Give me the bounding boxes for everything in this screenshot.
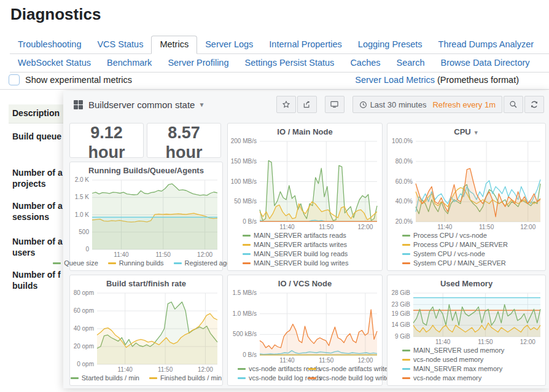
legend-item-main-server-build-log-writes[interactable]: MAIN_SERVER build log writes	[243, 259, 378, 267]
chart-legend: Queue sizeRunning buildsRegistered agent…	[70, 259, 222, 270]
tab-server-profiling[interactable]: Server Profiling	[160, 55, 236, 72]
tab-troubleshooting[interactable]: Troubleshooting	[10, 36, 89, 53]
zoom-out-button[interactable]	[504, 96, 523, 113]
legend-item-running-builds[interactable]: Running builds	[108, 259, 164, 267]
svg-text:11:50: 11:50	[158, 366, 173, 373]
svg-text:100 MB/s: 100 MB/s	[231, 178, 257, 185]
share-icon	[303, 100, 311, 109]
svg-text:1.0 MB/s: 1.0 MB/s	[233, 310, 257, 317]
tab-settings-persist-status[interactable]: Settings Persist Status	[237, 55, 343, 72]
dashboard-header: Buildserver common state ▼ Last 30 minut…	[63, 91, 549, 118]
tab-metrics[interactable]: Metrics	[151, 36, 197, 54]
panel-title[interactable]: CPU▼	[387, 123, 545, 137]
dashboard-title[interactable]: Buildserver common state	[88, 100, 195, 110]
legend-item-system-cpu-main-server[interactable]: System CPU / MAIN_SERVER	[402, 259, 542, 267]
legend-item-vcs-node-used-memory[interactable]: vcs-node used memory	[402, 356, 542, 363]
svg-text:11:40: 11:40	[279, 224, 295, 230]
time-range-label: Last 30 minutes	[370, 100, 427, 109]
chart-legend: vcs-node artifacts readsvcs-node artifac…	[228, 364, 382, 385]
time-range-button[interactable]: Last 30 minutes Refresh every 1m	[352, 96, 502, 113]
star-button[interactable]	[276, 96, 296, 113]
svg-text:20.0%: 20.0%	[395, 218, 413, 225]
legend-item-queue-size[interactable]: Queue size	[53, 259, 98, 267]
show-experimental-checkbox[interactable]	[9, 74, 20, 85]
legend-item-vcs-node-artifacts-reads[interactable]: vcs-node artifacts reads	[238, 365, 308, 372]
used-memory-chart[interactable]: 9 GiB14 GiB19 GiB23 GiB28 GiB11:4011:501…	[387, 289, 545, 346]
panel-title[interactable]: Used Memory	[387, 275, 545, 289]
tab-thread-dumps-analyzer[interactable]: Thread Dumps Analyzer	[430, 36, 542, 53]
chart-legend: MAIN_SERVER used memoryvcs-node used mem…	[387, 346, 545, 385]
svg-text:19 GiB: 19 GiB	[391, 310, 410, 317]
legend-item-main-server-used-memory[interactable]: MAIN_SERVER used memory	[402, 347, 542, 354]
svg-text:150 MB/s: 150 MB/s	[231, 158, 257, 165]
tab-browse-data-directory[interactable]: Browse Data Directory	[433, 55, 538, 72]
monitor-icon	[330, 100, 339, 109]
legend-item-main-server-artifacts-writes[interactable]: MAIN_SERVER artifacts writes	[243, 241, 378, 248]
legend-item-main-server-artifacts-reads[interactable]: MAIN_SERVER artifacts reads	[243, 232, 378, 239]
show-experimental-label[interactable]: Show experimental metrics	[25, 75, 132, 85]
svg-text:40.0%: 40.0%	[395, 198, 413, 205]
legend-item-system-cpu-vcs-node[interactable]: System CPU / vcs-node	[402, 250, 542, 257]
tab-caches[interactable]: Caches	[342, 55, 388, 72]
panel-title[interactable]: IO / VCS Node	[228, 275, 382, 289]
legend-item-vcs-node-artifacts-writes[interactable]: vcs-node artifacts writes	[308, 365, 379, 372]
panel-secondary-node-uptime[interactable]: Secondary node u... 8.57 hour	[147, 123, 221, 158]
apps-grid-icon[interactable]	[74, 100, 83, 109]
svg-text:60 opm: 60 opm	[74, 307, 94, 314]
panel-title[interactable]: IO / Main Node	[228, 123, 382, 137]
legend-item-vcs-node-build-log-writes[interactable]: vcs-node build log writes	[308, 374, 379, 382]
chevron-down-icon[interactable]: ▼	[473, 130, 479, 136]
cpu-chart[interactable]: 20.0%40.0%60.0%80.0%100.0%11:4011:5012:0…	[387, 137, 545, 231]
singlestat-title: Main node uptime	[77, 119, 137, 123]
tab-server-logs[interactable]: Server Logs	[197, 36, 261, 53]
legend-item-main-server-max-memory[interactable]: MAIN_SERVER max memory	[402, 365, 542, 372]
legend-item-vcs-node-max-memory[interactable]: vcs-node max memory	[402, 374, 542, 382]
tab-vcs-status[interactable]: VCS Status	[89, 36, 151, 53]
tab-logging-presets[interactable]: Logging Presets	[350, 36, 430, 53]
tabs-row-1: TroubleshootingVCS StatusMetricsServer L…	[10, 35, 549, 54]
io-vcs-node-chart[interactable]: 0 B/s500 kB/s1.0 MB/s1.5 MB/s11:4011:501…	[228, 289, 382, 364]
panel-running-builds-queue-agents: Running Builds/Queue/Agents 05001.0 K1.5…	[69, 162, 223, 271]
svg-text:500: 500	[79, 229, 89, 235]
refresh-interval-label[interactable]: Refresh every 1m	[432, 100, 496, 109]
svg-text:11:50: 11:50	[156, 251, 171, 258]
tab-benchmark[interactable]: Benchmark	[99, 55, 160, 72]
svg-text:11:50: 11:50	[479, 224, 494, 230]
tv-mode-button[interactable]	[325, 96, 345, 113]
panel-used-memory: Used Memory 9 GiB14 GiB19 GiB23 GiB28 Gi…	[387, 275, 546, 386]
running-builds-chart[interactable]: 05001.0 K1.5 K2.0 K11:4011:5012:00	[70, 176, 222, 259]
chart-legend: Started builds / minFinished builds / mi…	[70, 374, 222, 385]
panel-title[interactable]: Build start/finish rate	[70, 275, 222, 289]
grafana-dashboard: Buildserver common state ▼ Last 30 minut…	[63, 91, 549, 388]
svg-text:28 GiB: 28 GiB	[391, 289, 410, 296]
tab-websocket-status[interactable]: WebSocket Status	[10, 55, 99, 72]
svg-text:1.5 MB/s: 1.5 MB/s	[233, 289, 257, 296]
panel-main-node-uptime[interactable]: Main node uptime 9.12 hour	[69, 123, 144, 158]
refresh-button[interactable]	[524, 96, 544, 113]
svg-text:80.0%: 80.0%	[395, 158, 413, 165]
svg-text:12:00: 12:00	[357, 224, 373, 230]
io-main-node-chart[interactable]: 0 B/s50 MB/s100 MB/s150 MB/s200 MB/s11:4…	[228, 137, 382, 231]
chart-legend: MAIN_SERVER artifacts readsMAIN_SERVER a…	[228, 231, 382, 270]
legend-item-main-server-build-log-reads[interactable]: MAIN_SERVER build log reads	[243, 250, 378, 257]
controls-row: Show experimental metrics Server Load Me…	[9, 74, 549, 90]
legend-item-process-cpu-main-server[interactable]: Process CPU / MAIN_SERVER	[402, 241, 542, 248]
legend-item-started-builds-min[interactable]: Started builds / min	[71, 374, 139, 382]
panel-io-vcs-node: IO / VCS Node 0 B/s500 kB/s1.0 MB/s1.5 M…	[227, 275, 383, 386]
chevron-down-icon[interactable]: ▼	[198, 101, 204, 108]
share-button[interactable]	[297, 96, 317, 113]
svg-text:11:40: 11:40	[118, 366, 133, 373]
tab-search[interactable]: Search	[389, 55, 433, 72]
magnifier-icon	[509, 100, 518, 109]
legend-item-vcs-node-build-log-reads[interactable]: vcs-node build log reads	[238, 374, 308, 382]
table-row: Number of aprojects	[12, 167, 64, 189]
tab-internal-properties[interactable]: Internal Properties	[261, 36, 349, 53]
legend-item-finished-builds-min[interactable]: Finished builds / min	[149, 374, 222, 382]
panel-title[interactable]: Running Builds/Queue/Agents	[70, 162, 222, 176]
svg-text:14 GiB: 14 GiB	[391, 321, 410, 328]
legend-item-process-cpu-vcs-node[interactable]: Process CPU / vcs-node	[402, 232, 542, 239]
server-load-metrics-link[interactable]: Server Load Metrics	[355, 75, 435, 85]
build-rate-chart[interactable]: 0 opm20 opm40 opm60 opm80 opm11:4011:501…	[70, 289, 222, 374]
table-row: Number of fbuilds	[12, 269, 64, 291]
svg-text:11:40: 11:40	[435, 339, 451, 345]
